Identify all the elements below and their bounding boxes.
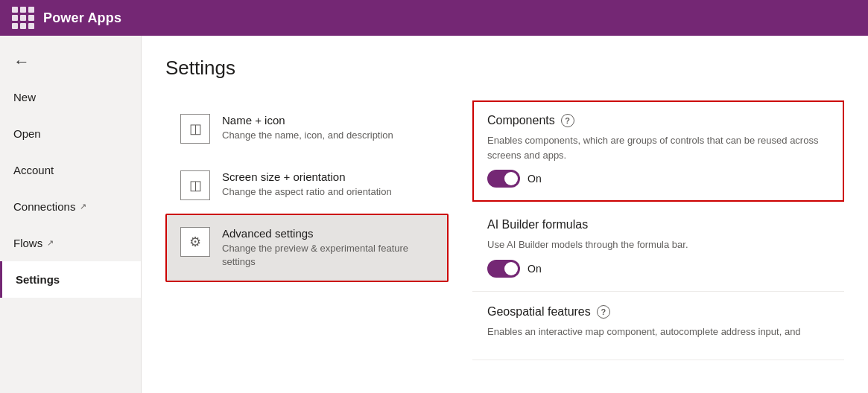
settings-menu: ◫ Name + icon Change the name, icon, and…	[165, 100, 449, 372]
components-title: Components ?	[487, 114, 829, 127]
name-icon-icon: ◫	[180, 114, 210, 144]
sidebar-item-account[interactable]: Account	[0, 152, 141, 188]
geospatial-title: Geospatial features ?	[487, 305, 829, 319]
ai-builder-title: AI Builder formulas	[487, 218, 829, 231]
ai-builder-toggle-row: On	[487, 260, 829, 278]
geospatial-help-icon[interactable]: ?	[597, 305, 610, 319]
sidebar-item-settings[interactable]: Settings	[0, 261, 141, 298]
geospatial-desc: Enables an interactive map component, au…	[487, 325, 829, 339]
name-icon-label: Name + icon	[222, 114, 434, 127]
screen-size-desc: Change the aspect ratio and orientation	[222, 185, 434, 199]
external-link-icon: ↗	[80, 202, 86, 211]
name-icon-desc: Change the name, icon, and description	[222, 129, 434, 142]
feature-geospatial: Geospatial features ? Enables an interac…	[472, 292, 844, 361]
settings-detail: Components ? Enables components, which a…	[449, 100, 844, 372]
page-title: Settings	[165, 57, 844, 80]
sidebar-item-open[interactable]: Open	[0, 115, 141, 152]
feature-ai-builder: AI Builder formulas Use AI Builder model…	[472, 205, 844, 292]
ai-builder-desc: Use AI Builder models through the formul…	[487, 237, 829, 252]
waffle-icon[interactable]	[12, 7, 34, 29]
content-area: Settings ◫ Name + icon Change the name, …	[142, 36, 868, 393]
settings-menu-item-name-icon[interactable]: ◫ Name + icon Change the name, icon, and…	[165, 100, 449, 157]
settings-layout: ◫ Name + icon Change the name, icon, and…	[165, 100, 844, 372]
components-toggle-label: On	[528, 173, 542, 185]
components-toggle[interactable]	[487, 170, 520, 188]
screen-size-label: Screen size + orientation	[222, 170, 434, 183]
components-desc: Enables components, which are groups of …	[487, 133, 829, 162]
feature-components: Components ? Enables components, which a…	[472, 100, 844, 202]
main-layout: ← New Open Account Connections ↗ Flows ↗…	[0, 36, 868, 393]
back-button[interactable]: ←	[0, 39, 141, 79]
components-toggle-row: On	[487, 170, 829, 188]
advanced-settings-desc: Change the preview & experimental featur…	[222, 242, 434, 269]
topbar: Power Apps	[0, 0, 868, 36]
sidebar-item-flows[interactable]: Flows ↗	[0, 225, 141, 261]
ai-builder-toggle[interactable]	[487, 260, 520, 278]
components-help-icon[interactable]: ?	[561, 114, 574, 127]
screen-size-icon: ◫	[180, 170, 210, 200]
advanced-settings-icon: ⚙	[180, 227, 210, 257]
advanced-settings-label: Advanced settings	[222, 227, 434, 240]
sidebar: ← New Open Account Connections ↗ Flows ↗…	[0, 36, 142, 393]
sidebar-item-new[interactable]: New	[0, 79, 141, 115]
sidebar-item-connections[interactable]: Connections ↗	[0, 188, 141, 225]
settings-menu-item-screen-size[interactable]: ◫ Screen size + orientation Change the a…	[165, 157, 449, 214]
app-title: Power Apps	[43, 10, 121, 26]
ai-builder-toggle-label: On	[528, 263, 542, 275]
settings-menu-item-advanced[interactable]: ⚙ Advanced settings Change the preview &…	[165, 214, 449, 282]
external-link-icon: ↗	[47, 238, 54, 248]
